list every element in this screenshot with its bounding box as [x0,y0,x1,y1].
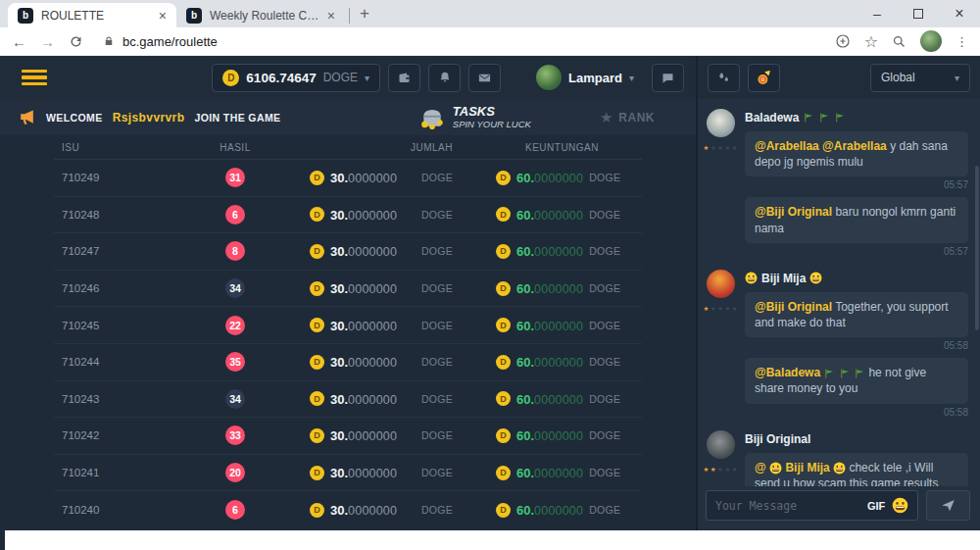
tab-title: Weekly Roulette Challenge - Wi [210,9,319,23]
table-row[interactable]: 710245 22 D30.0000000DOGE D60.0000000DOG… [54,307,642,344]
currency-label: DOGE [421,467,453,478]
welcome-banner: WELCOME Rsjsbvvrvrb JOIN THE GAME TASKS … [0,99,696,135]
round-id: 710240 [54,504,176,516]
doge-coin-icon: D [496,428,511,443]
table-row[interactable]: 710241 20 D30.0000000DOGE D60.0000000DOG… [54,455,642,492]
reload-button[interactable] [69,34,83,49]
circled-plus-icon[interactable] [835,33,851,49]
results-table: ISU HASIL JUMLAH KEUNTUNGAN 710249 31 D3… [54,135,642,530]
welcome-suffix: JOIN THE GAME [194,112,280,124]
browser-profile-avatar[interactable] [920,30,942,52]
message-time: 05:58 [745,407,968,418]
tab-weekly-challenge[interactable]: b Weekly Roulette Challenge - Wi × [176,3,345,27]
message-time: 05:57 [745,246,968,257]
currency-label: DOGE [421,245,453,257]
grin-emoji-icon [809,272,822,284]
maximize-button[interactable] [898,0,939,27]
chevron-down-icon: ▾ [365,73,369,83]
user-menu[interactable]: Lampard ▾ [536,65,634,90]
currency-label: DOGE [589,393,620,405]
doge-coin-icon: D [496,281,511,296]
currency-label: DOGE [589,209,620,221]
table-row[interactable]: 710243 34 D30.0000000DOGE D60.0000000DOG… [54,381,642,419]
tab-close-icon[interactable]: × [327,8,335,24]
chat-message-group: ★★★★★ Biji Original @ Biji Mija check te… [702,430,968,487]
close-button[interactable]: × [939,0,980,27]
emoji-picker-icon[interactable] [892,497,908,514]
forward-button[interactable]: → [40,33,55,50]
mention[interactable]: @Biji Original [755,205,832,219]
chat-bubble: @Biji Original baru nongol kmrn ganti na… [745,197,968,242]
balance-selector[interactable]: D 6106.74647 DOGE ▾ [212,64,380,92]
bookmark-star-icon[interactable]: ☆ [864,32,878,51]
chat-message-input[interactable] [715,499,860,513]
rain-button[interactable] [708,64,740,92]
chevron-down-icon: ▾ [629,73,634,83]
wallet-button[interactable] [388,64,420,92]
chat-messages[interactable]: ★★★★★ Baladewa @Arabellaa @Arabellaa y d… [698,99,980,486]
rain-icon [716,71,731,85]
search-icon[interactable] [892,34,906,49]
table-row[interactable]: 710244 35 D30.0000000DOGE D60.0000000DOG… [54,344,642,381]
mention[interactable]: @ Biji Mija [755,461,846,475]
table-row[interactable]: 710247 8 D30.0000000DOGE D60.0000000DOGE [54,233,642,271]
result-badge: 33 [225,425,245,445]
user-rating-stars: ★★★★★ [703,466,737,474]
doge-coin-icon: D [310,428,324,443]
minimize-button[interactable]: – [857,0,898,27]
round-id: 710244 [54,356,176,368]
back-button[interactable]: ← [12,33,26,50]
avatar[interactable] [707,270,735,298]
grin-emoji-icon [745,272,758,284]
browser-toolbar: ← → bc.game/roulette ☆ ⋮ [0,27,980,56]
megaphone-icon [18,108,36,126]
chat-channel-select[interactable]: Global ▾ [870,64,970,92]
tab-roulette[interactable]: b ROULETTE × [8,3,176,27]
table-row[interactable]: 710240 6 D30.0000000DOGE D60.0000000DOGE [54,491,642,528]
result-badge: 35 [225,352,245,372]
currency-label: DOGE [589,467,620,478]
browser-menu-icon[interactable]: ⋮ [956,34,968,49]
table-row[interactable]: 710248 6 D30.0000000DOGE D60.0000000DOGE [54,197,642,234]
table-row[interactable]: 710249 31 D30.0000000DOGE D60.0000000DOG… [54,160,642,197]
currency-label: DOGE [421,320,453,331]
chat-input-box[interactable]: GIF [706,490,918,521]
currency-label: DOGE [589,245,620,257]
chat-username[interactable]: Biji Mija [761,272,806,285]
chat-username[interactable]: Biji Original [745,432,810,446]
fireball-coin-icon [756,70,772,86]
result-badge: 8 [225,241,245,261]
notifications-button[interactable] [428,64,461,92]
mention[interactable]: @Biji Original [755,300,832,314]
green-flag-icon [803,112,814,124]
url-text[interactable]: bc.game/roulette [122,34,218,49]
chat-toggle-button[interactable] [652,64,684,92]
table-header: ISU HASIL JUMLAH KEUNTUNGAN [54,135,642,160]
chat-username[interactable]: Baladewa [745,111,799,125]
table-row[interactable]: 710242 33 D30.0000000DOGE D60.0000000DOG… [54,418,642,455]
message-time: 05:57 [745,179,968,190]
bell-icon [438,71,452,84]
chat-input-row: GIF [706,490,970,521]
send-message-button[interactable] [926,490,970,521]
coin-drop-button[interactable] [748,64,780,92]
chat-channel-label: Global [881,71,915,84]
table-row[interactable]: 710246 34 D30.0000000DOGE D60.0000000DOG… [54,271,642,308]
currency-label: DOGE [421,282,453,294]
gif-button[interactable]: GIF [867,500,885,512]
avatar[interactable] [707,430,735,459]
mention[interactable]: @Arabellaa @Arabellaa [755,139,887,153]
avatar[interactable] [707,109,735,137]
new-tab-button[interactable]: + [354,4,379,27]
currency-label: DOGE [421,209,453,221]
green-flag-icon [834,112,846,124]
messages-button[interactable] [468,64,501,92]
tasks-link[interactable]: TASKS SPIN YOUR LUCK [419,105,531,130]
chat-scrollbar[interactable] [975,166,979,330]
mention[interactable]: @Baladewa [755,366,820,379]
green-flag-icon [839,368,851,379]
rank-link[interactable]: ★ RANK [600,109,655,126]
tab-close-icon[interactable]: × [159,8,167,24]
address-bar[interactable]: bc.game/roulette [103,34,821,49]
menu-hamburger-icon[interactable] [22,70,47,85]
